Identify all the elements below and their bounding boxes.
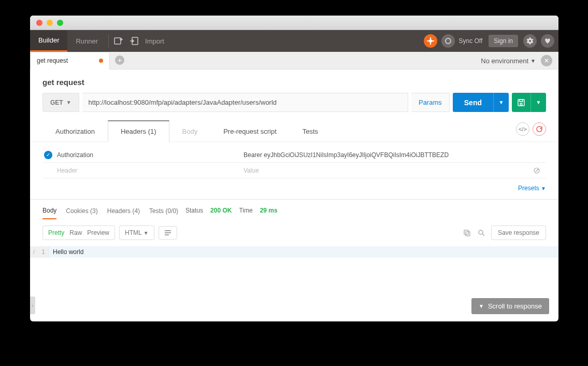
response-tab-cookies[interactable]: Cookies (3) bbox=[66, 207, 97, 219]
header-key[interactable]: Authorization bbox=[54, 151, 240, 159]
send-dropdown[interactable]: ▼ bbox=[493, 93, 509, 112]
http-method-selector[interactable]: GET ▼ bbox=[42, 93, 79, 112]
minimize-window-button[interactable] bbox=[47, 20, 53, 26]
import-button[interactable]: Import bbox=[145, 37, 164, 45]
code-snippet-button[interactable]: </> bbox=[516, 122, 529, 136]
response-section-tabs: Body Cookies (3) Headers (4) Tests (0/0)… bbox=[30, 200, 558, 219]
svg-line-17 bbox=[482, 234, 484, 236]
line-gutter: i1 bbox=[30, 246, 49, 258]
tab-body[interactable]: Body bbox=[169, 121, 211, 142]
status-label: Status bbox=[185, 207, 203, 214]
header-row[interactable]: ✓ Authorization Bearer eyJhbGciOiJSUzI1N… bbox=[42, 147, 546, 163]
response-tab-tests[interactable]: Tests (0/0) bbox=[149, 207, 178, 219]
status-value: 200 OK bbox=[210, 207, 232, 214]
request-tab[interactable]: get request bbox=[30, 52, 110, 69]
params-button[interactable]: Params bbox=[411, 93, 450, 112]
headers-editor: ✓ Authorization Bearer eyJhbGciOiJSUzI1N… bbox=[30, 142, 558, 180]
close-window-button[interactable] bbox=[36, 20, 42, 26]
main-content: get request GET ▼ Params Send ▼ ▼ Author… bbox=[30, 69, 558, 321]
http-method-label: GET bbox=[50, 99, 63, 106]
import-icon[interactable] bbox=[126, 33, 142, 49]
response-tab-body[interactable]: Body bbox=[42, 207, 56, 219]
chevron-down-icon: ▼ bbox=[536, 100, 541, 105]
response-body-text[interactable]: Hello world bbox=[49, 246, 558, 258]
builder-tab[interactable]: Builder bbox=[30, 30, 67, 52]
signin-button[interactable]: Sign in bbox=[489, 35, 518, 47]
request-tab-label: get request bbox=[37, 57, 68, 64]
tab-authorization[interactable]: Authorization bbox=[42, 121, 108, 142]
maximize-window-button[interactable] bbox=[57, 20, 63, 26]
save-response-button[interactable]: Save response bbox=[491, 226, 546, 240]
view-preview-button[interactable]: Preview bbox=[87, 229, 109, 236]
app-topbar: Builder Runner Import Sync Off Sign in bbox=[30, 30, 558, 52]
tab-prerequest[interactable]: Pre-request script bbox=[210, 121, 290, 142]
save-dropdown[interactable]: ▼ bbox=[530, 93, 546, 112]
copy-response-icon[interactable] bbox=[462, 228, 471, 237]
chevron-down-icon: ▼ bbox=[479, 303, 484, 309]
reset-request-button[interactable] bbox=[533, 122, 546, 136]
send-button[interactable]: Send bbox=[453, 93, 493, 112]
svg-point-6 bbox=[446, 38, 451, 44]
chevron-down-icon: ▼ bbox=[144, 230, 149, 236]
header-value[interactable]: Bearer eyJhbGciOiJSUzI1NiIsImp3ayI6eyJlI… bbox=[240, 151, 546, 159]
window-titlebar bbox=[30, 16, 558, 30]
svg-rect-15 bbox=[466, 232, 470, 236]
url-input[interactable] bbox=[82, 93, 408, 112]
search-response-icon[interactable] bbox=[477, 228, 486, 237]
chevron-down-icon: ▼ bbox=[541, 186, 546, 191]
sync-status: Sync Off bbox=[459, 37, 483, 45]
settings-icon[interactable] bbox=[523, 34, 537, 48]
header-enabled-checkbox[interactable]: ✓ bbox=[44, 151, 52, 159]
chevron-down-icon: ▼ bbox=[499, 100, 504, 105]
save-button[interactable] bbox=[512, 93, 530, 112]
topbar-divider bbox=[108, 34, 109, 48]
svg-rect-0 bbox=[114, 38, 121, 44]
info-icon: i bbox=[33, 248, 35, 256]
chevron-down-icon: ▼ bbox=[66, 100, 71, 105]
response-format-selector[interactable]: HTML ▼ bbox=[119, 226, 154, 240]
header-value-placeholder[interactable]: Value bbox=[240, 167, 534, 174]
add-tab-button[interactable]: + bbox=[115, 55, 124, 65]
line-number: 1 bbox=[41, 248, 45, 256]
svg-point-5 bbox=[429, 39, 432, 43]
request-tabbar: get request + No environment ▼ ✕ bbox=[30, 52, 558, 69]
response-body-viewer: i1 Hello world bbox=[30, 246, 558, 258]
wrap-lines-button[interactable] bbox=[159, 226, 177, 240]
svg-rect-8 bbox=[520, 100, 523, 102]
tab-tests[interactable]: Tests bbox=[290, 121, 331, 142]
response-view-controls: Pretty Raw Preview HTML ▼ Save response bbox=[30, 219, 558, 246]
response-tab-headers[interactable]: Headers (4) bbox=[107, 207, 140, 219]
help-icon[interactable] bbox=[424, 34, 437, 48]
sidebar-toggle[interactable]: › bbox=[30, 297, 35, 314]
manage-environments-button[interactable]: ✕ bbox=[541, 55, 552, 66]
response-meta: Status 200 OK Time 29 ms bbox=[185, 207, 278, 214]
environment-selector[interactable]: No environment ▼ bbox=[481, 57, 536, 65]
heart-icon[interactable] bbox=[541, 34, 554, 48]
svg-point-9 bbox=[520, 103, 522, 105]
scroll-to-response-button[interactable]: ▼ Scroll to response bbox=[471, 298, 549, 314]
tab-headers[interactable]: Headers (1) bbox=[108, 120, 169, 142]
sync-icon[interactable] bbox=[441, 34, 455, 48]
view-pretty-button[interactable]: Pretty bbox=[48, 229, 64, 236]
chevron-down-icon: ▼ bbox=[530, 58, 536, 64]
request-section-tabs: Authorization Headers (1) Body Pre-reque… bbox=[30, 120, 558, 142]
svg-rect-14 bbox=[464, 230, 468, 234]
environment-label: No environment bbox=[481, 57, 528, 65]
time-label: Time bbox=[239, 207, 252, 214]
header-row-new[interactable]: Header Value bbox=[42, 163, 546, 178]
svg-rect-7 bbox=[518, 100, 524, 106]
view-raw-button[interactable]: Raw bbox=[69, 229, 82, 236]
unsaved-indicator-icon bbox=[99, 59, 103, 63]
runner-tab[interactable]: Runner bbox=[67, 30, 106, 52]
time-value: 29 ms bbox=[260, 207, 278, 214]
svg-point-16 bbox=[479, 230, 483, 234]
request-name: get request bbox=[30, 69, 558, 93]
new-window-icon[interactable] bbox=[111, 33, 126, 49]
header-key-placeholder[interactable]: Header bbox=[54, 167, 240, 174]
edit-icon[interactable] bbox=[534, 167, 546, 174]
presets-button[interactable]: Presets ▼ bbox=[30, 180, 558, 194]
